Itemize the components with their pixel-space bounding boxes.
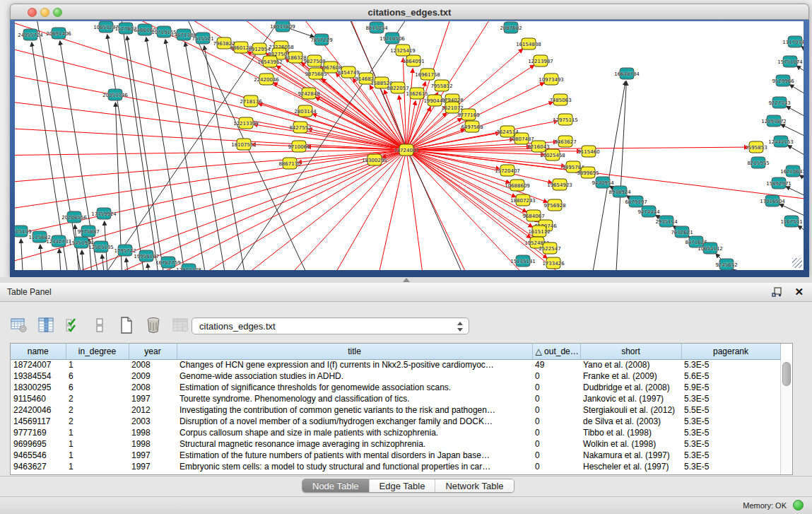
graph-node-17359924[interactable]: 17359924 <box>91 208 117 219</box>
graph-node-12213399[interactable]: 12213399 <box>233 117 259 129</box>
table-cell[interactable]: 5.6E-5 <box>681 370 780 382</box>
table-cell[interactable]: Nakamura et al. (1997) <box>580 450 681 461</box>
graph-node-11170342[interactable]: 11170342 <box>782 36 804 47</box>
graph-node-12213987[interactable]: 12213987 <box>528 55 553 66</box>
table-cell[interactable]: 2008 <box>129 382 177 393</box>
graph-edge[interactable] <box>375 150 406 270</box>
column-header-short[interactable]: short <box>580 344 681 359</box>
graph-node-9710066[interactable]: 9710066 <box>288 141 310 152</box>
table-cell[interactable]: 5.5E-5 <box>681 404 780 416</box>
graph-edge[interactable] <box>107 35 146 270</box>
table-scrollbar-thumb[interactable] <box>782 362 791 386</box>
graph-edge[interactable] <box>185 42 227 270</box>
graph-edge[interactable] <box>733 269 751 270</box>
graph-edge[interactable] <box>789 85 804 107</box>
column-checks-icon[interactable] <box>64 316 82 334</box>
graph-node-1595853[interactable]: 1595853 <box>745 141 767 153</box>
table-scrollbar[interactable] <box>780 360 792 474</box>
table-cell[interactable]: 18300295 <box>11 382 66 393</box>
graph-node-9529966[interactable]: 9529966 <box>772 75 794 86</box>
table-cell[interactable]: 0 <box>532 382 580 393</box>
table-cell[interactable]: Structural magnetic resonance image aver… <box>177 438 532 450</box>
table-cell[interactable]: 1998 <box>129 438 177 450</box>
graph-node-16648784[interactable]: 16648784 <box>614 68 640 79</box>
graph-node-8215955[interactable]: 8215955 <box>747 157 769 168</box>
table-cell[interactable]: Franke et al. (2009) <box>580 370 681 382</box>
column-header-title[interactable]: title <box>177 344 532 359</box>
column-header-outde[interactable]: △ out_de… <box>532 344 580 359</box>
graph-node-9463627[interactable]: 9463627 <box>554 136 576 147</box>
table-cell[interactable]: 2003 <box>129 416 177 427</box>
graph-node-7632621[interactable]: 7632621 <box>671 226 693 238</box>
table-row[interactable]: 911546021997Tourette syndrome. Phenomeno… <box>11 393 780 404</box>
table-row[interactable]: 946362711997Embryonic stem cells: a mode… <box>11 461 780 472</box>
graph-edge[interactable] <box>289 28 314 37</box>
graph-node-16154838[interactable]: 16154838 <box>516 38 541 49</box>
table-cell[interactable]: Hescheler et al. (1997) <box>580 461 681 472</box>
graph-edge[interactable] <box>227 150 406 270</box>
delete-column-icon[interactable] <box>144 316 163 334</box>
table-cell[interactable]: 0 <box>532 404 580 416</box>
table-cell[interactable]: 9699695 <box>11 438 66 450</box>
split-pane-divider[interactable] <box>0 277 812 283</box>
table-cell[interactable]: 5.9E-5 <box>681 382 780 393</box>
table-cell[interactable]: 1 <box>66 461 129 472</box>
table-row[interactable]: 946554611997Estimation of the future num… <box>11 450 780 461</box>
graph-edge[interactable] <box>796 66 804 86</box>
graph-node-9474444[interactable]: 9474444 <box>637 206 660 217</box>
table-cell[interactable]: Tibbo et al. (1998) <box>580 427 681 438</box>
table-cell[interactable]: Dudbridge et al. (2008) <box>580 382 681 393</box>
table-cell[interactable]: Disruption of a novel member of a sodium… <box>177 416 532 427</box>
table-cell[interactable]: 1 <box>66 427 129 438</box>
graph-node-8867130[interactable]: 8867130 <box>278 158 300 169</box>
tab-network-table[interactable]: Network Table <box>435 479 513 492</box>
graph-edge[interactable] <box>798 226 804 246</box>
graph-edge[interactable] <box>121 21 160 270</box>
graph-node-9245652[interactable]: 9245652 <box>715 259 737 270</box>
table-cell[interactable]: 1 <box>66 438 129 450</box>
table-cell[interactable]: Estimation of significance thresholds fo… <box>177 382 532 393</box>
graph-node-9115460[interactable]: 9115460 <box>577 146 599 157</box>
graph-node-16033809[interactable]: 16033809 <box>270 21 295 32</box>
graph-edge[interactable] <box>40 245 43 270</box>
table-row[interactable]: 1830029562008Estimation of significance … <box>11 382 780 393</box>
table-cell[interactable]: 1 <box>66 450 129 461</box>
graph-node-6879197[interactable]: 6879197 <box>625 196 647 207</box>
float-panel-icon[interactable] <box>772 287 782 298</box>
graph-edge[interactable] <box>799 175 804 192</box>
table-row[interactable]: 969969511998Structural magnetic resonanc… <box>11 438 780 450</box>
split-handle-icon[interactable] <box>403 278 410 282</box>
tab-node-table[interactable]: Node Table <box>302 479 370 492</box>
graph-node-7485063[interactable]: 7485063 <box>549 94 571 105</box>
close-panel-icon[interactable]: ✕ <box>794 286 804 298</box>
table-cell[interactable]: 2009 <box>129 370 177 382</box>
table-cell[interactable]: 19384554 <box>11 370 66 382</box>
table-cell[interactable]: 9115460 <box>11 393 66 404</box>
table-cell[interactable]: 22420046 <box>11 404 66 416</box>
graph-edge[interactable] <box>788 145 804 168</box>
graph-node-9756928[interactable]: 9756928 <box>543 199 565 211</box>
table-row[interactable]: 2242004622012Investigating the contribut… <box>11 404 780 416</box>
table-cell[interactable]: 5.3E-5 <box>681 359 780 370</box>
table-mode-icon[interactable] <box>10 316 28 334</box>
graph-node-9975887[interactable]: 9975887 <box>77 226 99 237</box>
column-header-name[interactable]: name <box>11 344 66 359</box>
table-cell[interactable]: 0 <box>532 438 580 450</box>
graph-node-19218506[interactable]: 19218506 <box>379 33 405 44</box>
table-cell[interactable]: 2 <box>66 416 129 427</box>
table-cell[interactable]: 5.3E-5 <box>681 416 780 427</box>
window-resize-grip[interactable] <box>792 258 802 268</box>
graph-node-20053346[interactable]: 20053346 <box>102 89 128 100</box>
graph-node-20206556[interactable]: 20206556 <box>61 211 87 223</box>
table-cell[interactable]: de Silva et al. (2003) <box>580 416 681 427</box>
graph-edge[interactable] <box>15 42 406 150</box>
table-cell[interactable]: Estimation of the future numbers of pati… <box>177 450 532 461</box>
table-cell[interactable]: 5.3E-5 <box>681 427 780 438</box>
graph-edge[interactable] <box>326 150 406 270</box>
table-cell[interactable]: Changes of HCN gene expression and I(f) … <box>177 359 532 370</box>
graph-node-1167531[interactable]: 1167531 <box>780 216 802 227</box>
graph-node-1733426[interactable]: 1733426 <box>542 257 565 269</box>
table-cell[interactable]: Corpus callosum shape and size in male p… <box>177 427 532 438</box>
table-cell[interactable]: 6 <box>66 382 129 393</box>
table-cell[interactable]: 1997 <box>129 450 177 461</box>
